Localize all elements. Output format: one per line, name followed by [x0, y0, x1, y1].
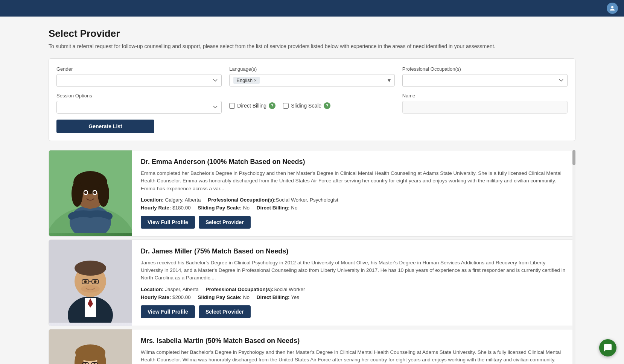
direct-billing-checkbox[interactable]: [229, 103, 235, 109]
sliding-scale-checkbox-label[interactable]: Sliding Scale ?: [283, 102, 330, 109]
provider-info-1: Dr. James Miller (75% Match Based on Nee…: [132, 240, 575, 326]
provider-name-0: Dr. Emma Anderson (100% Match Based on N…: [141, 158, 566, 166]
direct-billing-checkbox-label[interactable]: Direct Billing ?: [229, 102, 275, 109]
session-options-filter: Session Options In-Person Virtual: [56, 93, 222, 114]
provider-info-0: Dr. Emma Anderson (100% Match Based on N…: [132, 150, 575, 236]
svg-point-0: [611, 6, 613, 8]
provider-rates-1: Hourly Rate: $200.00 Sliding Pay Scale: …: [141, 294, 566, 300]
svg-point-17: [75, 261, 106, 276]
select-provider-button-1[interactable]: Select Provider: [199, 305, 251, 318]
svg-point-23: [81, 285, 100, 293]
language-chevron-icon: ▾: [388, 77, 391, 84]
provider-rates-0: Hourly Rate: $180.00 Sliding Pay Scale: …: [141, 205, 566, 211]
session-options-label: Session Options: [56, 93, 222, 99]
gender-label: Gender: [56, 66, 222, 72]
view-profile-button-0[interactable]: View Full Profile: [141, 216, 195, 229]
provider-location-0: Location: Calgary, Alberta Professional …: [141, 197, 566, 203]
sliding-scale-checkbox[interactable]: [283, 103, 289, 109]
main-content: Select Provider To submit a referral req…: [41, 17, 583, 364]
name-filter: Name: [402, 93, 568, 114]
generate-list-button[interactable]: Generate List: [56, 120, 154, 133]
svg-point-11: [93, 191, 96, 194]
languages-filter: Language(s) English × ▾: [229, 66, 394, 87]
chat-bubble-button[interactable]: [599, 339, 616, 356]
provider-image-2: [49, 329, 132, 364]
billing-filter: Direct Billing ? Sliding Scale ?: [229, 93, 394, 114]
svg-point-21: [84, 280, 87, 283]
generate-btn-wrapper: Generate List: [56, 120, 154, 133]
select-provider-button-0[interactable]: Select Provider: [199, 216, 251, 229]
name-label: Name: [402, 93, 568, 99]
language-tag-english: English ×: [233, 77, 260, 84]
provider-list: Dr. Emma Anderson (100% Match Based on N…: [49, 150, 575, 364]
user-avatar[interactable]: [607, 3, 618, 14]
provider-image-1: [49, 240, 132, 326]
provider-card-0: Dr. Emma Anderson (100% Match Based on N…: [49, 150, 575, 237]
provider-image-0: [49, 150, 132, 236]
direct-billing-label: Direct Billing: [237, 103, 266, 109]
occupation-filter: Professional Occupation(s) Psychologist …: [402, 66, 568, 87]
occupation-label: Professional Occupation(s): [402, 66, 568, 72]
gender-select[interactable]: Male Female Other: [56, 74, 222, 87]
page-subtitle: To submit a referral request for follow-…: [49, 43, 575, 49]
provider-bio-1: James received his Bachelor's Degree in …: [141, 259, 566, 282]
provider-location-1: Location: Jasper, Alberta Professional O…: [141, 287, 566, 292]
checkbox-row: Direct Billing ? Sliding Scale ?: [229, 102, 394, 109]
view-profile-button-1[interactable]: View Full Profile: [141, 305, 195, 318]
gender-filter: Gender Male Female Other: [56, 66, 222, 87]
provider-info-2: Mrs. Isabella Martin (50% Match Based on…: [132, 329, 575, 364]
languages-field[interactable]: English × ▾: [229, 74, 394, 86]
sliding-scale-label: Sliding Scale: [291, 103, 321, 109]
scrollbar-track[interactable]: [572, 150, 575, 364]
provider-bio-2: Wilma completed her Bachelor's Degree in…: [141, 349, 566, 364]
provider-actions-0: View Full Profile Select Provider: [141, 216, 566, 229]
session-options-select[interactable]: In-Person Virtual: [56, 101, 222, 114]
language-remove-english[interactable]: ×: [254, 78, 257, 83]
occupation-select[interactable]: Psychologist Social Worker Counselor: [402, 74, 568, 87]
provider-bio-0: Emma completed her Bachelor's Degree in …: [141, 170, 566, 193]
provider-card-2: Mrs. Isabella Martin (50% Match Based on…: [49, 329, 575, 364]
page-title: Select Provider: [49, 28, 575, 39]
provider-name-2: Mrs. Isabella Martin (50% Match Based on…: [141, 337, 566, 345]
filter-row-2: Session Options In-Person Virtual Direct…: [56, 93, 568, 114]
languages-label: Language(s): [229, 66, 394, 72]
provider-actions-1: View Full Profile Select Provider: [141, 305, 566, 318]
top-navigation: [0, 0, 624, 17]
language-tag-text: English: [236, 77, 253, 83]
svg-point-22: [94, 280, 97, 283]
direct-billing-help-icon[interactable]: ?: [269, 102, 275, 109]
sliding-scale-help-icon[interactable]: ?: [324, 102, 330, 109]
filter-row-1: Gender Male Female Other Language(s) Eng…: [56, 66, 568, 87]
svg-point-7: [98, 180, 109, 207]
scrollbar-thumb[interactable]: [572, 150, 575, 165]
filter-panel: Gender Male Female Other Language(s) Eng…: [49, 58, 575, 141]
svg-point-6: [72, 180, 83, 207]
provider-name-1: Dr. James Miller (75% Match Based on Nee…: [141, 247, 566, 255]
provider-card-1: Dr. James Miller (75% Match Based on Nee…: [49, 240, 575, 326]
svg-point-10: [84, 191, 87, 194]
name-input[interactable]: [402, 101, 568, 114]
